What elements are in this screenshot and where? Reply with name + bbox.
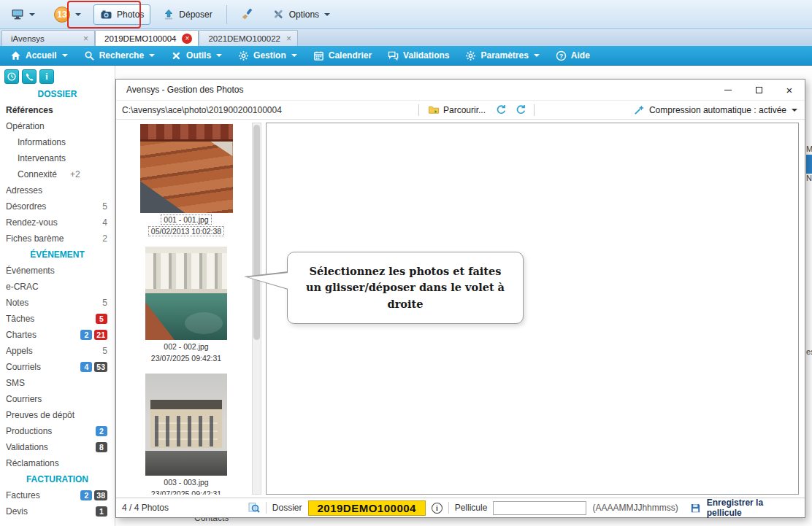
menu-bar: AccueilRechercheOutilsGestionCalendrierV… (0, 46, 812, 66)
sidebar-item-sms[interactable]: SMS (0, 375, 115, 391)
sidebar-item-r-f-rences[interactable]: Références (0, 102, 115, 118)
photo-art-layer (145, 302, 175, 340)
chat-icon (388, 50, 399, 61)
menu-item-accueil[interactable]: Accueil (3, 47, 75, 64)
menu-item-label: Validations (403, 50, 449, 61)
monitor-button[interactable] (4, 4, 42, 25)
sidebar-item-factures[interactable]: Factures238 (0, 487, 115, 503)
save-pellicule-button[interactable]: Enregistrer la pellicule (707, 498, 799, 518)
sidebar-item-productions[interactable]: Productions2 (0, 423, 115, 439)
photo-date: 23/07/2025 09:42:31 (148, 353, 224, 363)
menu-item-recherche[interactable]: Recherche (77, 47, 162, 64)
tab-close-icon[interactable]: × (182, 34, 192, 44)
chevron-down-icon (216, 54, 222, 57)
sidebar-item-chartes[interactable]: Chartes221 (0, 327, 115, 343)
monitor-icon (11, 8, 24, 20)
sidebar-item-courriels[interactable]: Courriels453 (0, 359, 115, 375)
phone-button[interactable] (22, 69, 37, 84)
dialog-titlebar[interactable]: Avensys - Gestion des Photos × (116, 80, 805, 100)
minimize-button[interactable] (713, 80, 743, 100)
drop-pane[interactable]: Sélectionnez les photos et faites un gli… (266, 123, 799, 495)
tab-iavensys[interactable]: iAvensys× (1, 30, 95, 46)
tab-close-icon[interactable]: × (286, 34, 291, 43)
sidebar-item-adresses[interactable]: Adresses (0, 182, 115, 198)
photo-image[interactable] (145, 247, 227, 340)
sidebar-item-appels[interactable]: Appels5 (0, 343, 115, 359)
menu-item-calendrier[interactable]: Calendrier (306, 47, 379, 64)
photo-thumbnail[interactable]: 002 - 002.jpg23/07/2025 09:42:31 (145, 247, 227, 363)
sidebar-item-t-ches[interactable]: Tâches5 (0, 311, 115, 327)
sidebar-item-v-nements[interactable]: Événements (0, 263, 115, 279)
pellicule-input[interactable] (493, 501, 586, 515)
deposer-button[interactable]: Déposer (156, 4, 218, 25)
compression-dropdown[interactable]: Compression automatique : activée (634, 104, 799, 115)
scrollbar-thumb[interactable] (253, 125, 260, 340)
menu-item-label: Calendrier (329, 50, 372, 61)
photo-image[interactable] (145, 374, 227, 476)
photo-image[interactable] (140, 124, 233, 213)
sidebar-item-d-sordres[interactable]: Désordres5 (0, 198, 115, 214)
menu-item-outils[interactable]: Outils (164, 47, 229, 64)
dialog-title: Avensys - Gestion des Photos (126, 85, 713, 95)
sidebar-item-intervenants[interactable]: Intervenants (0, 150, 115, 166)
chevron-down-icon (29, 13, 35, 16)
sidebar-item-r-clamations[interactable]: Réclamations (0, 455, 115, 471)
sidebar-item-notes[interactable]: Notes5 (0, 295, 115, 311)
refresh-button[interactable] (494, 103, 508, 117)
count-badge: 5 (96, 314, 107, 324)
info-button[interactable]: i (39, 69, 54, 84)
menu-item-param-tres[interactable]: Paramètres (458, 47, 546, 64)
chevron-down-icon (792, 109, 797, 112)
sidebar-item-fiches-bar-me[interactable]: Fiches barème2 (0, 231, 115, 247)
photo-thumbnail[interactable]: 003 - 003.jpg23/07/2025 09:42:31 (145, 374, 227, 495)
maximize-button[interactable] (743, 80, 774, 100)
menu-item-gestion[interactable]: Gestion (231, 47, 304, 64)
menu-item-validations[interactable]: Validations (380, 47, 456, 64)
brush-button[interactable] (234, 4, 260, 25)
menu-item-aide[interactable]: ?Aide (548, 47, 597, 64)
sidebar-item-e-crac[interactable]: e-CRAC (0, 279, 115, 295)
photo-thumbnail[interactable]: 001 - 001.jpg05/02/2013 10:02:38 (140, 124, 233, 236)
sidebar: i DOSSIERRéférencesOpérationInformations… (0, 66, 115, 526)
thumbnail-scrollbar[interactable] (252, 123, 261, 495)
top-toolbar: 13 Photos Déposer Options (0, 0, 812, 29)
sidebar-item-validations[interactable]: Validations8 (0, 439, 115, 455)
notifications-badge: 13 (54, 7, 70, 23)
photos-button[interactable]: Photos (93, 4, 150, 25)
refresh-all-button[interactable] (514, 103, 528, 117)
browse-button[interactable]: Parcourir... (425, 103, 489, 117)
sidebar-item-devis[interactable]: Devis1 (0, 503, 115, 519)
section-header-facturation: FACTURATION (0, 471, 115, 487)
sidebar-item-courriers[interactable]: Courriers (0, 391, 115, 407)
sidebar-item-label: Tâches (6, 314, 93, 324)
item-count: 2 (102, 233, 107, 244)
close-button[interactable]: × (774, 80, 805, 100)
main-area: i DOSSIERRéférencesOpérationInformations… (0, 66, 812, 526)
camera-icon (100, 9, 112, 20)
sidebar-item-preuves-de-d-p-t[interactable]: Preuves de dépôt (0, 407, 115, 423)
tab-label: iAvensys (11, 34, 45, 43)
browse-button-label: Parcourir... (443, 105, 486, 115)
zoom-button[interactable] (248, 502, 260, 514)
save-icon (690, 503, 701, 514)
options-button[interactable]: Options (266, 4, 337, 25)
menu-item-label: Aide (571, 50, 590, 61)
sidebar-item-op-ration[interactable]: Opération (0, 118, 115, 134)
sidebar-sections: DOSSIERRéférencesOpérationInformationsIn… (0, 86, 115, 519)
sidebar-item-connexit[interactable]: Connexité+2 (0, 166, 115, 182)
sidebar-item-rendez-vous[interactable]: Rendez-vous4 (0, 214, 115, 231)
minimize-icon (724, 90, 732, 90)
photo-art-layer (145, 451, 227, 476)
tab-close-icon[interactable]: × (83, 34, 88, 43)
sidebar-item-informations[interactable]: Informations (0, 134, 115, 150)
clock-button[interactable] (4, 69, 19, 84)
search-icon (84, 50, 95, 61)
notifications-button[interactable]: 13 (47, 2, 88, 27)
info-icon: i (45, 71, 47, 82)
tab-2021demo100022[interactable]: 2021DEMO100022× (199, 30, 297, 46)
dialog-path-toolbar: C:\avensys\ace\photo\201900200100004 Par… (116, 100, 805, 120)
help-icon: ? (556, 50, 567, 61)
dialog-status-bar: 4 / 4 Photos Dossier 2019DEMO100004 i Pe… (116, 498, 805, 517)
tab-2019demo100004[interactable]: 2019DEMO100004× (95, 30, 199, 46)
sidebar-item-label: Désordres (6, 201, 102, 212)
